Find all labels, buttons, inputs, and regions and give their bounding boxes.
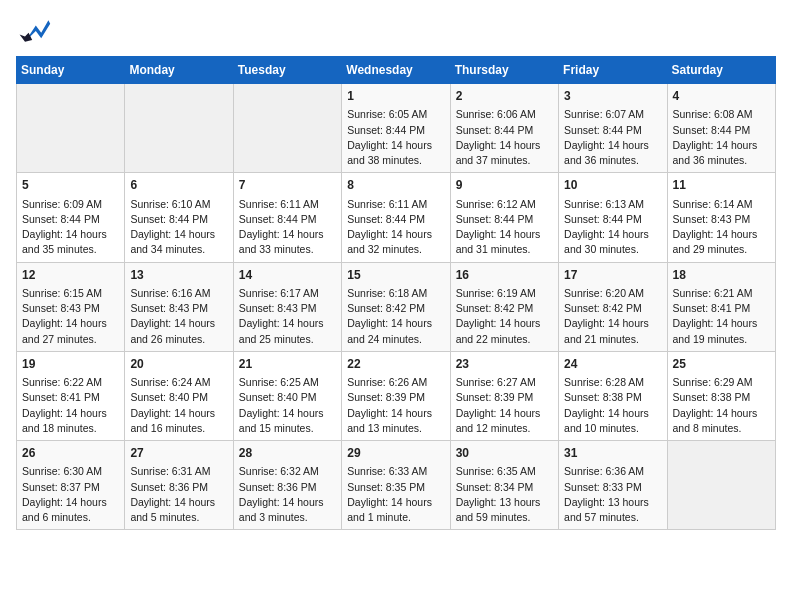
calendar-cell: 21Sunrise: 6:25 AMSunset: 8:40 PMDayligh… xyxy=(233,351,341,440)
day-info: and 34 minutes. xyxy=(130,242,227,257)
week-row-1: 1Sunrise: 6:05 AMSunset: 8:44 PMDaylight… xyxy=(17,84,776,173)
day-info: Sunset: 8:42 PM xyxy=(456,301,553,316)
day-info: Sunrise: 6:14 AM xyxy=(673,197,770,212)
day-info: Sunrise: 6:22 AM xyxy=(22,375,119,390)
day-info: and 57 minutes. xyxy=(564,510,661,525)
day-info: and 30 minutes. xyxy=(564,242,661,257)
day-info: Sunrise: 6:29 AM xyxy=(673,375,770,390)
calendar-cell: 18Sunrise: 6:21 AMSunset: 8:41 PMDayligh… xyxy=(667,262,775,351)
day-info: Sunrise: 6:05 AM xyxy=(347,107,444,122)
day-info: and 5 minutes. xyxy=(130,510,227,525)
day-info: Sunrise: 6:25 AM xyxy=(239,375,336,390)
day-info: Sunset: 8:33 PM xyxy=(564,480,661,495)
day-info: Sunset: 8:36 PM xyxy=(239,480,336,495)
page-header xyxy=(16,16,776,46)
day-info: and 33 minutes. xyxy=(239,242,336,257)
day-info: and 3 minutes. xyxy=(239,510,336,525)
day-number: 6 xyxy=(130,177,227,194)
day-info: Sunset: 8:43 PM xyxy=(673,212,770,227)
calendar-cell: 26Sunrise: 6:30 AMSunset: 8:37 PMDayligh… xyxy=(17,441,125,530)
day-info: Daylight: 14 hours xyxy=(673,316,770,331)
day-info: Sunrise: 6:13 AM xyxy=(564,197,661,212)
day-number: 13 xyxy=(130,267,227,284)
day-info: Sunset: 8:35 PM xyxy=(347,480,444,495)
day-info: Daylight: 14 hours xyxy=(239,227,336,242)
calendar-cell: 15Sunrise: 6:18 AMSunset: 8:42 PMDayligh… xyxy=(342,262,450,351)
day-info: Sunrise: 6:12 AM xyxy=(456,197,553,212)
day-number: 2 xyxy=(456,88,553,105)
calendar-cell: 28Sunrise: 6:32 AMSunset: 8:36 PMDayligh… xyxy=(233,441,341,530)
day-info: and 32 minutes. xyxy=(347,242,444,257)
calendar-cell: 7Sunrise: 6:11 AMSunset: 8:44 PMDaylight… xyxy=(233,173,341,262)
calendar-cell: 14Sunrise: 6:17 AMSunset: 8:43 PMDayligh… xyxy=(233,262,341,351)
header-wednesday: Wednesday xyxy=(342,57,450,84)
day-info: and 15 minutes. xyxy=(239,421,336,436)
day-info: Daylight: 14 hours xyxy=(22,227,119,242)
day-info: and 38 minutes. xyxy=(347,153,444,168)
day-info: and 13 minutes. xyxy=(347,421,444,436)
day-info: Daylight: 14 hours xyxy=(347,227,444,242)
day-info: Sunrise: 6:36 AM xyxy=(564,464,661,479)
calendar-cell: 20Sunrise: 6:24 AMSunset: 8:40 PMDayligh… xyxy=(125,351,233,440)
day-info: and 6 minutes. xyxy=(22,510,119,525)
day-number: 27 xyxy=(130,445,227,462)
day-number: 29 xyxy=(347,445,444,462)
week-row-5: 26Sunrise: 6:30 AMSunset: 8:37 PMDayligh… xyxy=(17,441,776,530)
logo-icon xyxy=(16,16,52,46)
day-info: and 26 minutes. xyxy=(130,332,227,347)
calendar-header: SundayMondayTuesdayWednesdayThursdayFrid… xyxy=(17,57,776,84)
day-number: 25 xyxy=(673,356,770,373)
day-info: Sunset: 8:41 PM xyxy=(673,301,770,316)
day-info: Daylight: 14 hours xyxy=(347,316,444,331)
day-info: Sunrise: 6:26 AM xyxy=(347,375,444,390)
day-number: 22 xyxy=(347,356,444,373)
day-info: Daylight: 14 hours xyxy=(673,227,770,242)
day-info: Sunrise: 6:24 AM xyxy=(130,375,227,390)
day-info: Daylight: 14 hours xyxy=(564,316,661,331)
day-info: Daylight: 14 hours xyxy=(456,406,553,421)
day-number: 16 xyxy=(456,267,553,284)
day-info: Daylight: 14 hours xyxy=(456,227,553,242)
calendar-cell: 31Sunrise: 6:36 AMSunset: 8:33 PMDayligh… xyxy=(559,441,667,530)
day-number: 31 xyxy=(564,445,661,462)
day-info: Daylight: 14 hours xyxy=(22,406,119,421)
day-info: Daylight: 14 hours xyxy=(130,495,227,510)
day-info: Sunrise: 6:19 AM xyxy=(456,286,553,301)
day-number: 18 xyxy=(673,267,770,284)
day-info: Sunset: 8:43 PM xyxy=(130,301,227,316)
day-info: Sunrise: 6:31 AM xyxy=(130,464,227,479)
day-info: Daylight: 14 hours xyxy=(564,138,661,153)
day-info: Daylight: 14 hours xyxy=(239,316,336,331)
calendar-cell: 12Sunrise: 6:15 AMSunset: 8:43 PMDayligh… xyxy=(17,262,125,351)
day-info: and 24 minutes. xyxy=(347,332,444,347)
day-info: Sunrise: 6:20 AM xyxy=(564,286,661,301)
day-number: 12 xyxy=(22,267,119,284)
day-info: Sunset: 8:40 PM xyxy=(239,390,336,405)
day-info: and 25 minutes. xyxy=(239,332,336,347)
header-tuesday: Tuesday xyxy=(233,57,341,84)
header-friday: Friday xyxy=(559,57,667,84)
day-info: Sunrise: 6:35 AM xyxy=(456,464,553,479)
day-info: Sunset: 8:39 PM xyxy=(456,390,553,405)
day-number: 15 xyxy=(347,267,444,284)
calendar-cell: 23Sunrise: 6:27 AMSunset: 8:39 PMDayligh… xyxy=(450,351,558,440)
calendar-cell: 25Sunrise: 6:29 AMSunset: 8:38 PMDayligh… xyxy=(667,351,775,440)
day-number: 14 xyxy=(239,267,336,284)
calendar-cell xyxy=(17,84,125,173)
calendar-cell: 13Sunrise: 6:16 AMSunset: 8:43 PMDayligh… xyxy=(125,262,233,351)
day-info: Daylight: 14 hours xyxy=(22,316,119,331)
header-thursday: Thursday xyxy=(450,57,558,84)
calendar-cell: 2Sunrise: 6:06 AMSunset: 8:44 PMDaylight… xyxy=(450,84,558,173)
day-info: Sunset: 8:44 PM xyxy=(347,123,444,138)
day-info: Sunset: 8:44 PM xyxy=(456,123,553,138)
day-info: Sunset: 8:38 PM xyxy=(673,390,770,405)
day-info: and 21 minutes. xyxy=(564,332,661,347)
day-info: Daylight: 14 hours xyxy=(130,316,227,331)
day-info: Daylight: 14 hours xyxy=(456,316,553,331)
day-info: and 12 minutes. xyxy=(456,421,553,436)
calendar-cell: 27Sunrise: 6:31 AMSunset: 8:36 PMDayligh… xyxy=(125,441,233,530)
day-number: 7 xyxy=(239,177,336,194)
day-info: Sunset: 8:44 PM xyxy=(564,123,661,138)
day-number: 4 xyxy=(673,88,770,105)
header-saturday: Saturday xyxy=(667,57,775,84)
